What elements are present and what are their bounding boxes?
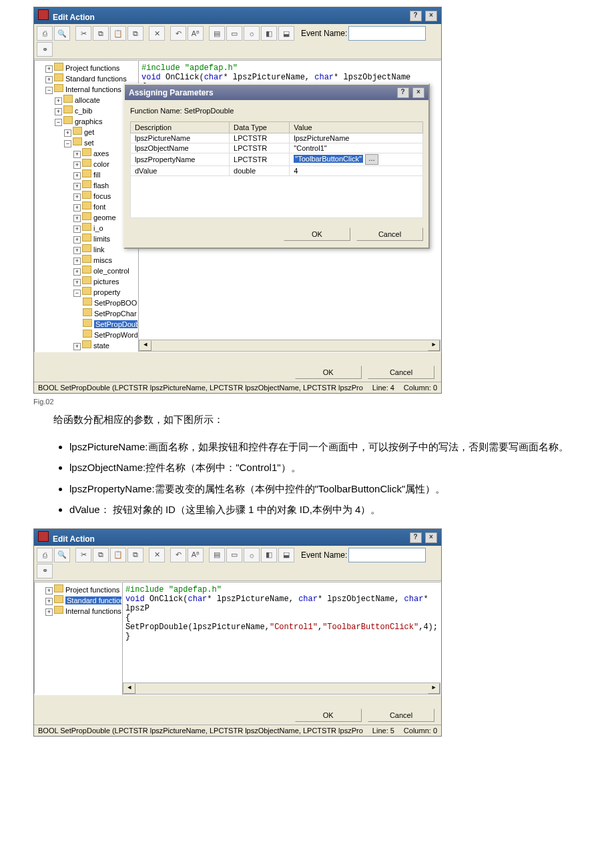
tb-icon-1[interactable]: ▤ [209, 548, 225, 562]
tree-node[interactable]: property [93, 288, 120, 296]
value-selected[interactable]: "ToolbarButtonClick" [294, 155, 363, 163]
tree-leaf[interactable]: SetPropWord [94, 331, 138, 339]
print-icon[interactable]: ⎙ [37, 548, 53, 562]
undo-icon[interactable]: ↶ [170, 548, 186, 562]
tree-node[interactable]: flash [93, 181, 109, 189]
tb-icon-1[interactable]: ▤ [209, 26, 225, 41]
function-tree-2[interactable]: +Project functions +Standard functions +… [34, 582, 122, 694]
tree-node[interactable]: limits [93, 235, 110, 243]
status-text: BOOL SetPropDouble (LPCTSTR lpszPictureN… [38, 727, 363, 735]
print-icon[interactable]: ⎙ [37, 26, 53, 41]
dialog-cancel-button[interactable]: Cancel [356, 228, 423, 241]
tree-node[interactable]: ole_control [93, 267, 129, 275]
font-icon[interactable]: Aᴮ [188, 548, 204, 562]
col-value[interactable]: Value [290, 122, 423, 133]
paste-icon[interactable]: 📋 [110, 548, 126, 562]
tree-node[interactable]: c_bib [75, 107, 92, 115]
tree-node[interactable]: set [84, 139, 94, 147]
link-icon[interactable]: ⚭ [37, 564, 53, 578]
tree-leaf[interactable]: SetPropChar [94, 310, 137, 318]
tb-icon-4[interactable]: ◧ [261, 26, 277, 41]
close-icon[interactable]: × [412, 87, 424, 98]
tree-leaf[interactable]: SetPropBOOL [94, 299, 138, 307]
tree-node[interactable]: fill [93, 171, 100, 179]
tree-node[interactable]: axes [93, 149, 109, 157]
col-datatype[interactable]: Data Type [230, 122, 290, 133]
window-title: Edit Action [53, 13, 95, 22]
tree-node[interactable]: Project functions [65, 586, 119, 594]
tree-node[interactable]: link [93, 246, 105, 254]
event-name-input[interactable] [348, 548, 426, 562]
ok-button[interactable]: OK [295, 709, 362, 722]
help-icon[interactable]: ? [397, 87, 409, 98]
tb-icon-5[interactable]: ⬓ [278, 548, 294, 562]
paste-icon[interactable]: 📋 [110, 26, 126, 41]
cancel-button[interactable]: Cancel [368, 366, 434, 379]
preview-icon[interactable]: 🔍 [54, 548, 70, 562]
close-icon[interactable]: × [425, 11, 437, 21]
tree-leaf-selected[interactable]: SetPropDouble [94, 320, 138, 328]
tb-icon-5[interactable]: ⬓ [278, 26, 294, 41]
scroll-right-icon[interactable]: ► [428, 340, 440, 351]
tree-node[interactable]: font [93, 203, 105, 211]
tree-node-internal[interactable]: Internal functions [65, 85, 121, 93]
tree-node[interactable]: geome [93, 213, 116, 222]
tree-node[interactable]: Internal functions [65, 607, 121, 615]
tree-node[interactable]: miscs [93, 256, 112, 264]
table-row[interactable]: lpszPropertyName LPCTSTR "ToolbarButtonC… [131, 153, 423, 166]
event-name-input[interactable] [348, 26, 426, 41]
copy-icon[interactable]: ⧉ [93, 26, 109, 41]
tb-icon-4[interactable]: ◧ [261, 548, 277, 562]
tree-node[interactable]: focus [93, 192, 111, 200]
tb-icon-2[interactable]: ▭ [226, 548, 242, 562]
code-editor-2[interactable]: #include "apdefap.h" void OnClick(char* … [122, 582, 441, 695]
copy-icon[interactable]: ⧉ [93, 548, 109, 562]
tree-icon[interactable]: ⧉ [127, 26, 143, 41]
status-line: Line: 5 [372, 727, 394, 735]
tree-node[interactable]: get [84, 128, 94, 136]
col-description[interactable]: Description [131, 122, 230, 133]
tree-node[interactable]: allocate [75, 96, 100, 104]
tree-node[interactable]: i_o [93, 224, 103, 232]
delete-icon[interactable]: ✕ [149, 548, 165, 562]
browse-button[interactable]: … [365, 154, 378, 165]
scroll-left-icon[interactable]: ◄ [123, 683, 135, 694]
tree-node[interactable]: graphics [75, 117, 103, 125]
status-text: BOOL SetPropDouble (LPCTSTR lpszPictureN… [38, 384, 363, 392]
tb-icon-2[interactable]: ▭ [226, 26, 242, 41]
cancel-button[interactable]: Cancel [368, 709, 434, 722]
undo-icon[interactable]: ↶ [170, 26, 186, 41]
ok-button[interactable]: OK [295, 366, 362, 379]
link-icon[interactable]: ⚭ [37, 42, 53, 57]
tree-node[interactable]: state [93, 342, 109, 350]
tree-node-project[interactable]: Project functions [65, 64, 119, 72]
delete-icon[interactable]: ✕ [149, 26, 165, 41]
scroll-right-icon[interactable]: ► [428, 683, 440, 694]
cut-icon[interactable]: ✂ [75, 26, 91, 41]
doc-bullet: lpszPictureName:画面名称，如果按钮和控件存在于同一个画面中，可以… [69, 438, 574, 456]
tb-icon-3[interactable]: ☼ [244, 26, 260, 41]
code-line: #include "apdefap.h" [125, 585, 222, 594]
scroll-left-icon[interactable]: ◄ [139, 340, 151, 351]
tree-node-standard[interactable]: Standard functions [65, 75, 127, 83]
tb-icon-3[interactable]: ☼ [244, 548, 260, 562]
tree-node-selected[interactable]: Standard functions [65, 596, 122, 604]
table-row[interactable]: lpszPictureName LPCTSTR lpszPictureName [131, 133, 423, 143]
preview-icon[interactable]: 🔍 [54, 26, 70, 41]
dialog-ok-button[interactable]: OK [284, 228, 350, 241]
status-column: Column: 0 [404, 384, 437, 392]
doc-bullet: lpszObjectName:控件名称（本例中："Control1"）。 [69, 459, 574, 476]
table-row[interactable]: dValue double 4 [131, 166, 423, 176]
toolbar-1: ⎙ 🔍 ✂ ⧉ 📋 ⧉ ✕ ↶ Aᴮ ▤ ▭ ☼ ◧ ⬓ Event Name:… [34, 24, 441, 59]
help-icon[interactable]: ? [410, 11, 422, 21]
cut-icon[interactable]: ✂ [75, 548, 91, 562]
font-icon[interactable]: Aᴮ [188, 26, 204, 41]
tree-icon[interactable]: ⧉ [127, 548, 143, 562]
tree-node[interactable]: pictures [93, 278, 119, 286]
tree-node[interactable]: color [93, 160, 109, 168]
close-icon[interactable]: × [425, 532, 437, 543]
function-tree[interactable]: +Project functions +Standard functions −… [34, 60, 138, 352]
titlebar-1: Edit Action ? × [34, 7, 441, 24]
help-icon[interactable]: ? [410, 532, 422, 543]
table-row[interactable]: lpszObjectName LPCTSTR "Control1" [131, 143, 423, 153]
